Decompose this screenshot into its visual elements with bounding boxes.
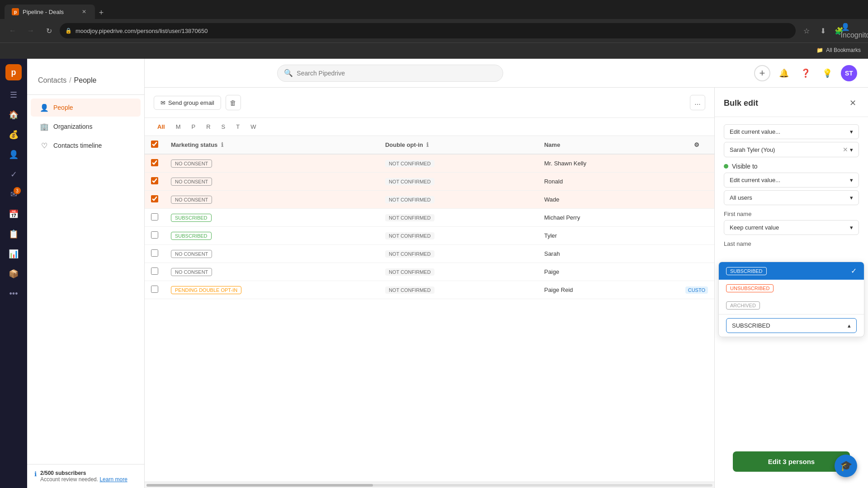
search-bar[interactable]: 🔍 [277,65,503,82]
filter-all[interactable]: All [154,122,169,132]
filter-t[interactable]: T [232,122,243,132]
marketing-status-info-icon[interactable]: ℹ [221,141,223,148]
opt-in-badge: NOT CONFIRMED [385,196,434,203]
chat-bubble-button[interactable]: 🎓 [835,455,857,477]
first-name-value: Keep current value [730,224,779,231]
table-toolbar: ✉ Send group email 🗑 ... [145,88,714,118]
main-top-bar: 🔍 + 🔔 ❓ 💡 ST [145,59,868,88]
send-group-email-button[interactable]: ✉ Send group email [154,96,221,110]
sidebar-icon-more[interactable]: ••• [5,285,23,303]
new-tab-button[interactable]: + [95,6,108,19]
url-display: moodjoy.pipedrive.com/persons/list/user/… [75,28,208,34]
sidebar-icon-calendar[interactable]: 📅 [5,205,23,223]
visible-to-select-1[interactable]: Edit current value... ▾ [724,173,859,188]
row-checkbox-2[interactable] [151,177,158,184]
mail-badge: 3 [14,187,21,194]
scroll-thumb[interactable] [146,484,373,487]
row-checkbox-1[interactable] [151,159,158,166]
sidebar-icon-products[interactable]: 📦 [5,265,23,283]
nav-item-organizations[interactable]: 🏢 Organizations [31,117,141,136]
sidebar-icon-contacts[interactable]: 👤 [5,145,23,164]
forward-button[interactable]: → [24,23,38,38]
edit-value-select-1[interactable]: Edit current value... ▾ [724,124,859,139]
row-checkbox-8[interactable] [151,286,158,293]
sidebar-footer: ℹ 2/500 subscribers Account review neede… [27,464,145,488]
filter-m[interactable]: M [172,122,184,132]
all-bookmarks-label[interactable]: All Bookmarks [826,47,861,53]
dropdown-item-subscribed[interactable]: SUBSCRIBED ✓ [719,262,864,280]
sidebar-icon-reports[interactable]: 📋 [5,225,23,243]
double-opt-in-info-icon[interactable]: ℹ [426,141,429,148]
first-name-select[interactable]: Keep current value ▾ [724,220,859,235]
opt-in-badge: NOT CONFIRMED [385,232,434,239]
horizontal-scrollbar[interactable] [145,482,714,488]
visible-to-edit-label: Edit current value... [730,177,780,183]
add-button[interactable]: + [754,65,770,81]
col-settings[interactable]: ⚙ [679,136,714,154]
email-icon: ✉ [160,99,165,106]
nav-item-people[interactable]: 👤 People [31,99,141,117]
search-input[interactable] [297,70,496,77]
row-checkbox-3[interactable] [151,195,158,202]
last-name-label: Last name [724,240,859,247]
active-tab[interactable]: p Pipeline - Deals ✕ [5,5,95,19]
back-button[interactable]: ← [5,23,20,38]
custom-tag: CUSTO [685,286,708,294]
filter-s[interactable]: S [218,122,229,132]
dropdown-bottom-select[interactable]: SUBSCRIBED ▴ [726,318,857,333]
table-row: SUBSCRIBED NOT CONFIRMED Tyler [145,227,714,245]
tab-close-button[interactable]: ✕ [80,8,88,15]
table-wrapper: Marketing status ℹ Double opt-in ℹ Name [145,136,714,482]
theme-button[interactable]: 💡 [819,65,835,81]
row-checkbox-6[interactable] [151,249,158,257]
contact-name: Paige [538,263,679,281]
table-row: PENDING DOUBLE OPT-IN NOT CONFIRMED Paig… [145,281,714,299]
dropdown-arrow-fn: ▾ [850,224,853,231]
download-button[interactable]: ⬇ [816,23,830,38]
row-checkbox-4[interactable] [151,213,158,221]
sidebar-icon-activities[interactable]: ✓ [5,165,23,183]
filter-w[interactable]: W [247,122,259,132]
filter-p[interactable]: P [188,122,199,132]
bookmark-star-button[interactable]: ☆ [799,23,814,38]
lock-icon: 🔒 [65,28,72,34]
more-options-button[interactable]: ... [690,95,705,110]
sidebar-icon-home[interactable]: 🏠 [5,106,23,124]
bookmarks-icon: 📁 [816,47,823,53]
user-avatar[interactable]: ST [841,65,857,81]
filter-r[interactable]: R [203,122,214,132]
bulk-edit-close-button[interactable]: ✕ [846,97,859,109]
owner-select[interactable]: Sarah Tyler (You) ✕ ▾ [724,142,859,157]
sidebar-icon-insights[interactable]: 📊 [5,245,23,263]
profile-button[interactable]: 👤 Incognito [848,23,863,38]
dropdown-item-archived[interactable]: ARCHIVED [719,297,864,314]
dropdown-bottom-value: SUBSCRIBED [732,322,770,329]
bulk-edit-title: Bulk edit [724,99,758,108]
clear-owner-button[interactable]: ✕ [843,146,848,153]
select-all-checkbox[interactable] [151,141,158,148]
delete-button[interactable]: 🗑 [226,95,241,110]
sidebar-icon-deals[interactable]: 💰 [5,126,23,144]
row-checkbox-5[interactable] [151,231,158,239]
help-button[interactable]: ❓ [797,65,814,81]
nav-item-contacts-timeline[interactable]: ♡ Contacts timeline [31,136,141,155]
sidebar-icon-mail[interactable]: ✉ 3 [5,185,23,203]
main-content: 🔍 + 🔔 ❓ 💡 ST ✉ Send group email [145,59,868,488]
visible-to-select-2[interactable]: All users ▾ [724,190,859,205]
contact-name: Michael Perry [538,209,679,227]
people-icon: 👤 [40,103,49,112]
breadcrumb-current: People [74,76,97,84]
row-checkbox-7[interactable] [151,267,158,275]
app-logo[interactable]: p [5,64,22,80]
owner-dropdown-arrow: ▾ [850,146,853,153]
sidebar-icon-menu[interactable]: ☰ [5,86,23,104]
dropdown-item-unsubscribed[interactable]: UNSUBSCRIBED [719,280,864,297]
double-opt-in-label: Double opt-in [385,141,423,148]
learn-more-link[interactable]: Learn more [99,476,127,483]
address-bar[interactable]: 🔒 moodjoy.pipedrive.com/persons/list/use… [60,23,796,38]
status-badge-no-consent: NO CONSENT [171,196,212,204]
reload-button[interactable]: ↻ [42,23,56,38]
notifications-button[interactable]: 🔔 [776,65,792,81]
edit-persons-button[interactable]: Edit 3 persons [733,451,850,472]
nav-item-timeline-label: Contacts timeline [53,142,102,149]
